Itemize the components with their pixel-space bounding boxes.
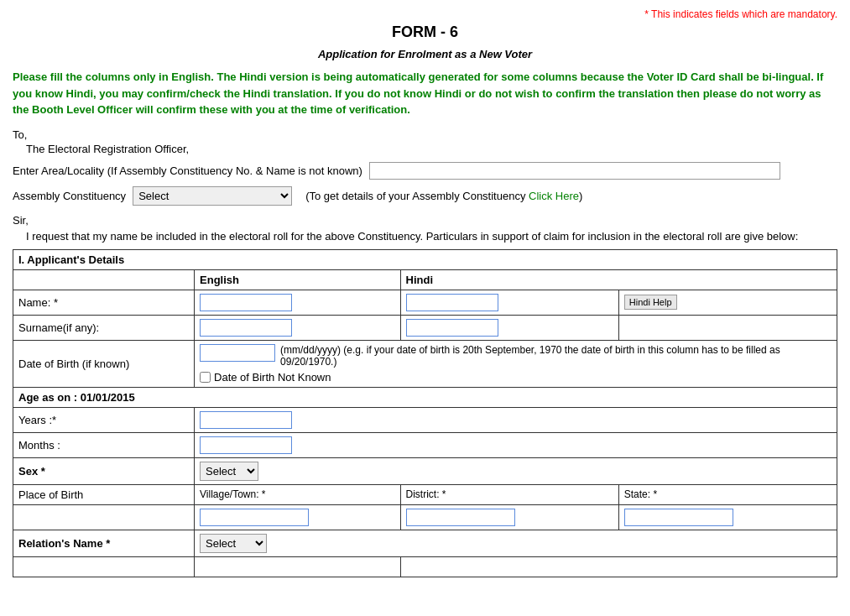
place-of-birth-label: Place of Birth <box>13 484 195 504</box>
district-label-cell: District: * <box>400 484 618 504</box>
hindi-help-button[interactable]: Hindi Help <box>624 295 677 310</box>
years-input[interactable] <box>200 411 292 429</box>
sex-select[interactable]: Select Male Female Others <box>200 462 258 481</box>
name-english-input[interactable] <box>200 294 292 311</box>
col-header-blank <box>13 269 195 290</box>
sir-line: Sir, <box>13 214 837 227</box>
applicant-details-table: I. Applicant's Details English Hindi Nam… <box>13 249 837 577</box>
instructions-text: Please fill the columns only in English.… <box>13 69 837 118</box>
dob-cell: (mm/dd/yyyy) (e.g. if your date of birth… <box>195 340 837 387</box>
to-line: To, <box>13 128 837 141</box>
months-cell <box>195 432 837 457</box>
relations-name-cell: Select Father Mother Husband Guardian <box>195 530 837 556</box>
district-input[interactable] <box>406 509 515 526</box>
form-title: FORM - 6 <box>13 23 837 41</box>
name-hindi-input[interactable] <box>406 294 498 311</box>
sir-para: I request that my name be included in th… <box>26 230 837 243</box>
months-input[interactable] <box>200 436 292 454</box>
area-label: Enter Area/Locality (If Assembly Constit… <box>13 164 362 177</box>
dob-not-known-label: Date of Birth Not Known <box>214 371 331 384</box>
name-hindi-cell <box>400 290 618 315</box>
village-input[interactable] <box>200 509 309 526</box>
dob-not-known-checkbox[interactable] <box>200 372 211 383</box>
surname-english-input[interactable] <box>200 319 292 337</box>
officer-line: The Electoral Registration Officer, <box>26 143 837 155</box>
surname-blank-cell <box>618 315 837 340</box>
state-input-cell <box>618 504 837 530</box>
village-input-cell <box>195 504 401 530</box>
name-label: Name: * <box>13 290 195 315</box>
place-of-birth-blank <box>13 504 195 530</box>
years-label: Years :* <box>13 407 195 432</box>
relation-hindi-cell <box>400 556 837 577</box>
assembly-constituency-select[interactable]: Select Option 1 Option 2 <box>133 186 292 206</box>
age-as-on-label: Age as on : 01/01/2015 <box>13 387 837 407</box>
assembly-label: Assembly Constituency <box>13 190 126 202</box>
months-label: Months : <box>13 432 195 457</box>
area-input[interactable] <box>369 162 780 180</box>
district-input-cell <box>400 504 618 530</box>
surname-hindi-input[interactable] <box>406 319 498 337</box>
assembly-hint: (To get details of your Assembly Constit… <box>305 190 582 202</box>
state-input[interactable] <box>624 509 733 526</box>
years-cell <box>195 407 837 432</box>
mandatory-note: * This indicates fields which are mandat… <box>13 8 837 20</box>
relation-bottom-label <box>13 556 195 577</box>
click-here-link[interactable]: Click Here <box>529 190 579 202</box>
surname-english-cell <box>195 315 401 340</box>
state-label-cell: State: * <box>618 484 837 504</box>
dob-label: Date of Birth (if known) <box>13 340 195 387</box>
form-subtitle: Application for Enrolment as a New Voter <box>13 48 837 60</box>
hindi-help-cell: Hindi Help <box>618 290 837 315</box>
col-header-english: English <box>195 269 401 290</box>
dob-format-text: (mm/dd/yyyy) (e.g. if your date of birth… <box>280 344 832 368</box>
surname-label: Surname(if any): <box>13 315 195 340</box>
col-header-hindi: Hindi <box>400 269 837 290</box>
sex-cell: Select Male Female Others <box>195 457 837 484</box>
dob-input[interactable] <box>200 344 275 362</box>
relation-select[interactable]: Select Father Mother Husband Guardian <box>200 534 267 553</box>
village-label-cell: Village/Town: * <box>195 484 401 504</box>
relation-english-cell <box>195 556 401 577</box>
surname-hindi-cell <box>400 315 618 340</box>
relations-name-label: Relation's Name * <box>13 530 195 556</box>
sex-label: Sex * <box>13 457 195 484</box>
section1-header: I. Applicant's Details <box>13 249 837 269</box>
name-english-cell <box>195 290 401 315</box>
